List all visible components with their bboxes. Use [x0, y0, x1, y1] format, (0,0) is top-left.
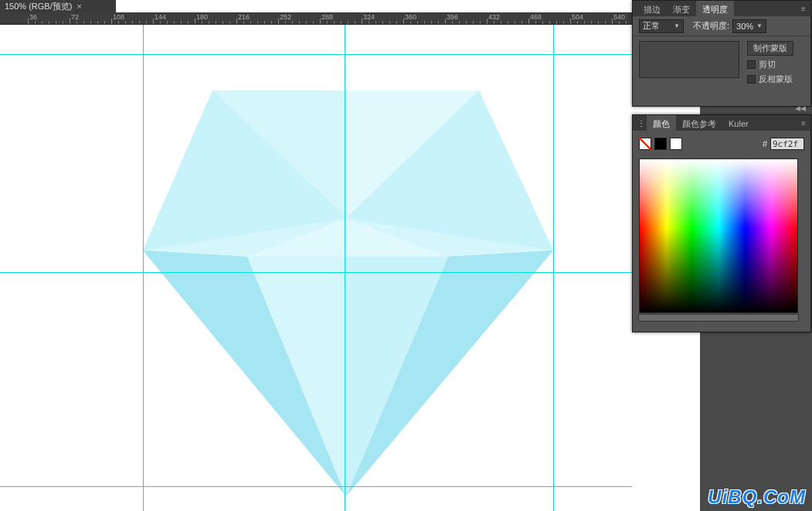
ruler-tick: 36: [28, 12, 29, 25]
panel-tabs: 描边 渐变 透明度 ≡: [633, 1, 810, 16]
panel-tabs: ⋮ 颜色 颜色参考 Kuler ≡: [633, 115, 810, 131]
tab-stroke[interactable]: 描边: [637, 1, 667, 16]
color-spectrum[interactable]: [639, 158, 798, 313]
svg-marker-3: [143, 90, 346, 250]
tab-color[interactable]: 颜色: [647, 115, 676, 131]
svg-marker-1: [212, 90, 346, 218]
tab-transparency[interactable]: 透明度: [696, 1, 734, 16]
ruler-tick: 252: [278, 12, 279, 25]
blend-mode-value: 正常: [643, 20, 660, 32]
panel-menu-icon[interactable]: ≡: [797, 1, 810, 16]
diamond-artwork: [0, 25, 632, 511]
svg-marker-12: [346, 257, 448, 496]
ruler-tick: 288: [320, 12, 321, 25]
svg-marker-0: [143, 90, 553, 496]
hex-hash: #: [763, 139, 767, 148]
opacity-field: 不透明度: 30% ▼: [693, 19, 766, 33]
panel-menu-icon[interactable]: ≡: [797, 115, 810, 131]
ruler-tick: 180: [195, 12, 195, 25]
color-panel: ◀◀ ⋮ 颜色 颜色参考 Kuler ≡ #: [632, 114, 811, 332]
canvas[interactable]: [0, 25, 632, 511]
guide-vertical[interactable]: [143, 25, 144, 511]
opacity-value: 30%: [736, 22, 753, 31]
opacity-label: 不透明度:: [693, 20, 729, 32]
guide-horizontal[interactable]: [0, 486, 632, 487]
ruler-tick: 108: [111, 12, 112, 25]
clip-label: 剪切: [759, 59, 776, 70]
ruler-tick: 144: [153, 12, 154, 25]
svg-marker-4: [346, 90, 553, 250]
opacity-input[interactable]: 30% ▼: [732, 19, 766, 33]
checkbox-icon: [747, 75, 756, 83]
ruler-tick: 540: [612, 12, 613, 25]
guide-vertical[interactable]: [345, 25, 345, 511]
watermark: UiBQ.CoM: [708, 486, 806, 508]
swatch-black[interactable]: [654, 138, 667, 150]
panel-collapse-icon[interactable]: ◀◀: [795, 104, 809, 114]
close-icon[interactable]: ×: [76, 2, 81, 11]
swatch-white[interactable]: [670, 138, 682, 150]
invert-mask-label: 反相蒙版: [759, 73, 793, 85]
swatch-none[interactable]: [639, 138, 651, 150]
tab-gradient[interactable]: 渐变: [667, 1, 696, 16]
mask-thumbnail[interactable]: [639, 41, 739, 78]
ruler-tick: 72: [70, 12, 70, 25]
ruler-tick: 504: [570, 12, 571, 25]
tab-kuler[interactable]: Kuler: [722, 115, 755, 131]
ruler-tick: 360: [403, 12, 404, 25]
svg-marker-5: [143, 218, 346, 257]
ruler-tick: 396: [445, 12, 446, 25]
transparency-panel: 描边 渐变 透明度 ≡ 正常 ▼ 不透明度: 30% ▼ 制作蒙版 剪切: [632, 0, 811, 107]
hex-input[interactable]: [770, 138, 804, 150]
svg-marker-10: [247, 257, 448, 496]
chevron-down-icon: ▼: [674, 22, 680, 29]
panel-grip-icon: ⋮: [637, 119, 645, 128]
ruler-tick: 468: [528, 12, 529, 25]
guide-vertical[interactable]: [553, 25, 554, 511]
ruler-tick: 216: [236, 12, 237, 25]
checkbox-icon: [747, 60, 756, 69]
svg-marker-6: [346, 218, 553, 257]
ruler-tick: 432: [487, 12, 488, 25]
blend-mode-dropdown[interactable]: 正常 ▼: [639, 19, 684, 33]
invert-mask-checkbox[interactable]: 反相蒙版: [747, 73, 793, 85]
guide-horizontal[interactable]: [0, 272, 632, 273]
chevron-down-icon: ▼: [756, 22, 763, 29]
document-title: 150% (RGB/预览): [5, 1, 72, 12]
tab-color-guide[interactable]: 颜色参考: [676, 115, 722, 131]
document-tab[interactable]: 150% (RGB/预览) ×: [0, 0, 116, 12]
spectrum-slider[interactable]: [638, 314, 799, 322]
ruler-horizontal[interactable]: 3672108144180216252288324360396432468504…: [0, 12, 632, 25]
svg-marker-9: [346, 250, 553, 496]
make-mask-button[interactable]: 制作蒙版: [747, 41, 793, 56]
svg-marker-7: [247, 218, 448, 257]
svg-marker-2: [346, 90, 479, 218]
svg-marker-11: [247, 257, 346, 496]
clip-checkbox[interactable]: 剪切: [747, 59, 793, 70]
ruler-tick: 324: [362, 12, 362, 25]
guide-horizontal[interactable]: [0, 54, 632, 55]
svg-marker-8: [143, 250, 346, 496]
